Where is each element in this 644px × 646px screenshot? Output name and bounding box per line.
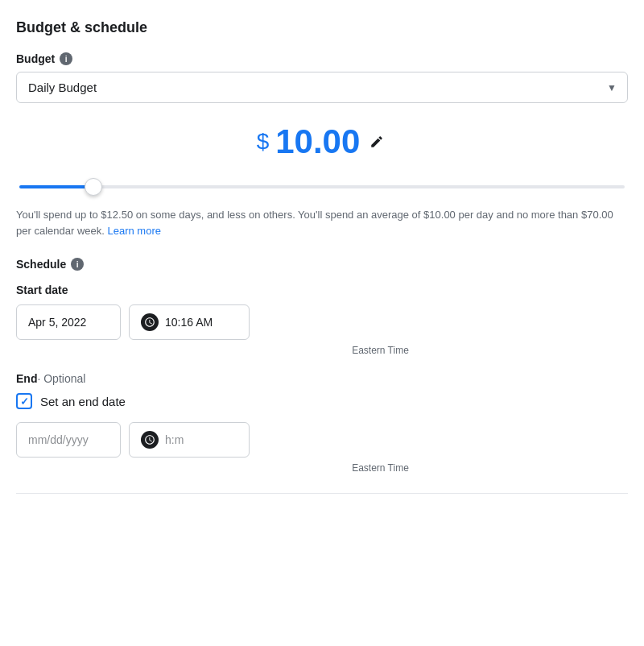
end-date-section: End· Optional ✓ Set an end date mm/dd/yy… [16, 372, 628, 474]
budget-schedule-container: Budget & schedule Budget i Daily BudgetL… [0, 0, 644, 513]
set-end-date-row[interactable]: ✓ Set an end date [16, 393, 628, 409]
end-timezone-label: Eastern Time [133, 462, 628, 474]
start-date-input[interactable]: Apr 5, 2022 [16, 304, 121, 340]
budget-info-text: You'll spend up to $12.50 on some days, … [16, 207, 628, 238]
schedule-section: Schedule i Start date Apr 5, 2022 10:16 [16, 258, 628, 474]
schedule-info-icon[interactable]: i [71, 258, 84, 271]
edit-budget-button[interactable] [366, 131, 387, 152]
set-end-date-checkbox[interactable]: ✓ [16, 393, 32, 409]
start-date-section: Start date Apr 5, 2022 10:16 AM Eastern … [16, 284, 628, 356]
end-date-input[interactable]: mm/dd/yyyy [16, 422, 121, 458]
start-time-input[interactable]: 10:16 AM [129, 304, 250, 340]
learn-more-link[interactable]: Learn more [107, 225, 160, 237]
start-date-label: Start date [16, 284, 628, 296]
currency-symbol: $ [257, 129, 270, 155]
start-timezone-label: Eastern Time [133, 345, 628, 356]
end-time-input[interactable]: h:m [129, 422, 250, 458]
end-date-label: End· Optional [16, 372, 628, 385]
set-end-date-label: Set an end date [40, 395, 126, 408]
section-divider [16, 493, 628, 494]
budget-label-row: Budget i [16, 52, 628, 65]
start-date-time-row: Apr 5, 2022 10:16 AM [16, 304, 628, 340]
budget-amount-display: $ 10.00 [16, 122, 628, 161]
budget-info-icon[interactable]: i [60, 52, 72, 65]
end-date-time-row: mm/dd/yyyy h:m [16, 422, 628, 458]
budget-slider-container [16, 177, 628, 191]
schedule-label-text: Schedule [16, 258, 66, 271]
end-clock-icon [141, 431, 159, 449]
checkmark-icon: ✓ [20, 396, 29, 407]
section-title: Budget & schedule [16, 19, 628, 36]
budget-type-select[interactable]: Daily BudgetLifetime Budget [16, 72, 628, 103]
budget-slider[interactable] [19, 185, 625, 188]
budget-type-select-wrapper: Daily BudgetLifetime Budget ▼ [16, 72, 628, 103]
start-clock-icon [141, 313, 159, 331]
schedule-label-row: Schedule i [16, 258, 628, 271]
budget-label-text: Budget [16, 52, 55, 65]
budget-amount-value: 10.00 [275, 122, 360, 161]
